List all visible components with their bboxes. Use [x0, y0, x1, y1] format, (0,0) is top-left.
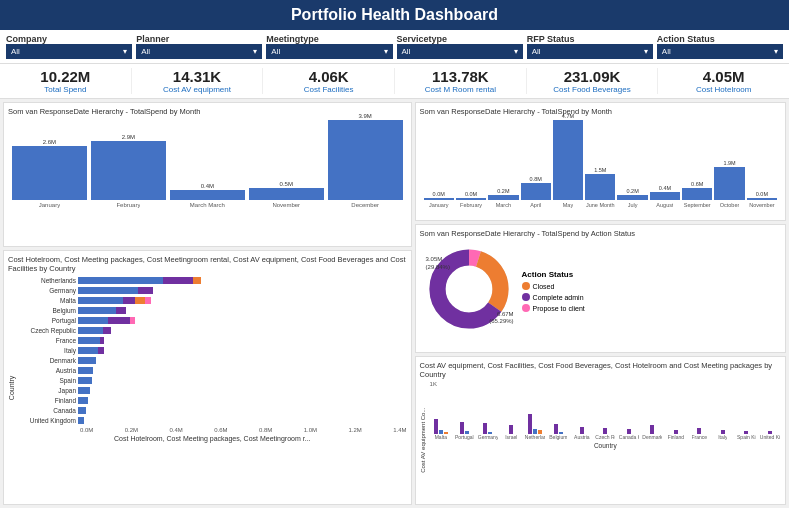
kpi-divider [131, 68, 132, 94]
mini-bar-group: Malta [430, 419, 453, 440]
mini-bar-group: France [688, 428, 711, 440]
mini-bar-group: Belgium [547, 424, 570, 440]
bar-group: 2.6M January [12, 139, 87, 208]
mini-bar-group: Canada Ka [618, 429, 641, 440]
country-row: Malta [18, 297, 407, 305]
mini-bar-group: Portugal [453, 422, 476, 441]
mini-bar-group: Germany [477, 423, 500, 440]
country-chart-title: Cost Hotelroom, Cost Meeting packages, C… [8, 255, 407, 273]
mini-bar-group: Denmark [641, 425, 664, 440]
filter-item-servicetype[interactable]: Servicetype All▾ [397, 34, 523, 59]
legend: Closed Complete admin Propose to client [522, 282, 585, 312]
bar-group: 1.5M June Month [585, 167, 615, 208]
bar-group: 0.4M August [650, 185, 680, 208]
bar-group: 0.0M January [424, 191, 454, 208]
bar-group: 1.9M October [714, 160, 744, 208]
bar-group: 0.6M September [682, 181, 712, 208]
kpi-item: 10.22M Total Spend [6, 68, 125, 94]
kpi-divider [657, 68, 658, 94]
chart1-bars: 2.6M January2.9M February0.4M March Marc… [8, 118, 407, 208]
country-row: Belgium [18, 307, 407, 315]
country-row: Spain [18, 377, 407, 385]
br-bars: Malta Portugal Germany Israel Netherland… [430, 390, 781, 440]
legend-item: Complete admin [522, 293, 585, 301]
kpi-divider [394, 68, 395, 94]
country-row: Italy [18, 347, 407, 355]
bar-group: 3.9M December [328, 113, 403, 208]
page-title: Portfolio Health Dashboard [0, 0, 789, 30]
kpi-item: 231.09K Cost Food Beverages [533, 68, 652, 94]
kpi-item: 113.78K Cost M Room rental [401, 68, 520, 94]
country-row: Germany [18, 287, 407, 295]
filter-item-rfp-status[interactable]: RFP Status All▾ [527, 34, 653, 59]
mini-bar-group: Italy [712, 430, 735, 441]
bar-group: 0.2M March [488, 188, 518, 208]
donut-legend: Action Status Closed Complete admin Prop… [522, 270, 585, 312]
bottom-right-title: Cost AV equipment, Cost Facilities, Cost… [420, 361, 781, 379]
mini-bar-group: Netherlands [524, 414, 547, 440]
right-column: Som van ResponseDate Hierarchy - TotalSp… [415, 102, 786, 505]
kpi-item: 4.06K Cost Facilities [269, 68, 388, 94]
country-row: Netherlands [18, 277, 407, 285]
bar-group: 0.0M November [747, 191, 777, 208]
bar-group: 0.8M April [521, 176, 551, 208]
mini-bar-group: United Ki [759, 431, 781, 440]
left-column: Som van ResponseDate Hierarchy - TotalSp… [3, 102, 412, 505]
br-y-scale: 1K [430, 381, 781, 387]
country-row: United Kingdom [18, 417, 407, 425]
chart2-box: Som van ResponseDate Hierarchy - TotalSp… [415, 102, 786, 221]
country-row: Portugal [18, 317, 407, 325]
country-chart-box: Cost Hotelroom, Cost Meeting packages, C… [3, 250, 412, 505]
country-row: Czech Republic [18, 327, 407, 335]
country-row: Canada [18, 407, 407, 415]
country-row: Finland [18, 397, 407, 405]
bar-group: 0.2M July [617, 188, 647, 208]
kpi-divider [526, 68, 527, 94]
bar-group: 0.0M February [456, 191, 486, 208]
filter-item-planner[interactable]: Planner All▾ [136, 34, 262, 59]
kpi-divider [262, 68, 263, 94]
country-row: Japan [18, 387, 407, 395]
country-row: France [18, 337, 407, 345]
mini-bar-group: Spain Ki [735, 431, 758, 441]
chart2-title: Som van ResponseDate Hierarchy - TotalSp… [420, 107, 781, 116]
country-bars: Netherlands Germany Malta Belgium Portug… [18, 277, 407, 425]
mini-bar-group: Finland [665, 430, 688, 440]
donut-chart-box: Som van ResponseDate Hierarchy - TotalSp… [415, 224, 786, 353]
donut-area: 3.05M(29.84%) 6.67M(65.29%) Action Statu… [420, 240, 781, 342]
donut-chart-title: Som van ResponseDate Hierarchy - TotalSp… [420, 229, 781, 238]
action-status-title: Action Status [522, 270, 585, 279]
filter-item-action-status[interactable]: Action Status All▾ [657, 34, 783, 59]
country-x-title: Cost Hotelroom, Cost Meeting packages, C… [18, 435, 407, 442]
legend-item: Propose to client [522, 304, 585, 312]
kpi-row: 10.22M Total Spend14.31K Cost AV equipme… [0, 64, 789, 99]
country-row: Denmark [18, 357, 407, 365]
bottom-right-chart-box: Cost AV equipment, Cost Facilities, Cost… [415, 356, 786, 505]
legend-item: Closed [522, 282, 585, 290]
br-x-title: Country [430, 442, 781, 449]
filter-row: Company All▾ Planner All▾ Meetingtype Al… [0, 30, 789, 64]
donut-label-left: 3.05M(29.84%) [426, 256, 450, 272]
mini-bar-group: Austria [571, 427, 594, 441]
chart2-bars: 0.0M January0.0M February0.2M March0.8M … [420, 118, 781, 208]
country-y-title: Country [8, 275, 18, 500]
bar-group: 0.5M November [249, 181, 324, 208]
mini-bar-group: Israel [500, 425, 523, 440]
bar-group: 0.4M March March [170, 183, 245, 208]
br-y-title: Cost AV equipment Co... [420, 381, 430, 500]
donut-container: 3.05M(29.84%) 6.67M(65.29%) [424, 244, 514, 338]
bar-group: 4.7M May [553, 113, 583, 208]
filter-item-meetingtype[interactable]: Meetingtype All▾ [266, 34, 392, 59]
chart1-box: Som van ResponseDate Hierarchy - TotalSp… [3, 102, 412, 247]
charts-area: Som van ResponseDate Hierarchy - TotalSp… [0, 99, 789, 508]
x-axis-labels: 0.0M0.2M0.4M0.6M0.8M1.0M1.2M1.4M [80, 427, 407, 433]
country-row: Austria [18, 367, 407, 375]
mini-bar-group: Czech Re. [594, 428, 617, 440]
bar-group: 2.9M February [91, 134, 166, 208]
filter-item-company[interactable]: Company All▾ [6, 34, 132, 59]
kpi-item: 14.31K Cost AV equipment [138, 68, 257, 94]
kpi-item: 4.05M Cost Hotelroom [664, 68, 783, 94]
donut-label-right: 6.67M(65.29%) [489, 311, 513, 327]
